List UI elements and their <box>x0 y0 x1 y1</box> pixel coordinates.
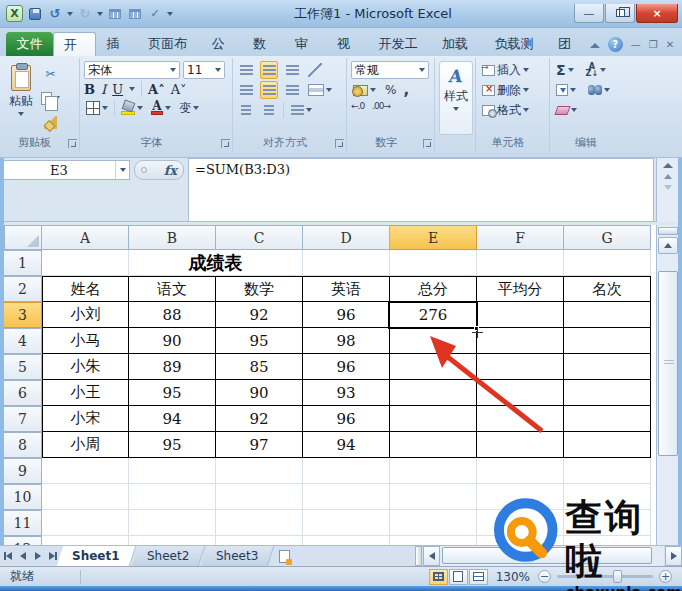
cell-G5[interactable] <box>564 354 651 380</box>
page-layout-view-button[interactable] <box>449 569 468 585</box>
sheet-tab-sheet2[interactable]: Sheet2 <box>131 546 205 566</box>
cell-F4[interactable] <box>477 328 564 354</box>
column-header-F[interactable]: F <box>477 225 564 250</box>
italic-button[interactable]: I <box>101 82 106 97</box>
hscroll-left-button[interactable] <box>423 546 440 566</box>
cell-C12[interactable] <box>216 536 303 545</box>
paste-button[interactable]: 粘贴 <box>3 61 39 131</box>
font-name-combo[interactable]: 宋体 <box>84 61 180 79</box>
cell-D9[interactable] <box>303 458 390 484</box>
custom-rows-icon[interactable] <box>127 6 143 22</box>
vertical-scroll-thumb[interactable] <box>658 271 678 456</box>
cell-G9[interactable] <box>564 458 651 484</box>
cell-D8[interactable]: 94 <box>303 432 390 458</box>
scroll-up-button[interactable] <box>658 237 678 254</box>
vertical-split-handle[interactable] <box>658 227 678 235</box>
insert-function-button[interactable]: fx <box>134 160 184 180</box>
clear-button[interactable] <box>554 101 579 119</box>
merge-center-button[interactable] <box>306 81 334 99</box>
insert-cells-button[interactable]: 插入 <box>480 61 531 79</box>
accounting-format-button[interactable] <box>351 81 378 99</box>
cell-A11[interactable] <box>42 510 129 536</box>
cell-D3[interactable]: 96 <box>303 302 390 328</box>
workbook-close-icon[interactable]: ✕ <box>666 39 674 50</box>
workbook-restore-icon[interactable]: ❐ <box>649 39 658 50</box>
sheet-tab-sheet3[interactable]: Sheet3 <box>201 546 275 566</box>
row-header-10[interactable]: 10 <box>4 484 42 510</box>
row-header-12[interactable]: 12 <box>4 536 42 545</box>
cell-B5[interactable]: 89 <box>129 354 216 380</box>
minimize-button[interactable]: — <box>574 4 604 23</box>
cell-F2[interactable]: 平均分 <box>477 276 564 302</box>
decrease-indent-button[interactable] <box>237 101 255 119</box>
next-sheet-button[interactable] <box>30 546 45 566</box>
cell-F8[interactable] <box>477 432 564 458</box>
tab-developer[interactable]: 开发工具 <box>369 32 432 56</box>
tab-file[interactable]: 文件 <box>6 32 53 56</box>
save-icon[interactable] <box>27 6 43 22</box>
column-header-G[interactable]: G <box>564 225 651 250</box>
name-box-dropdown-icon[interactable] <box>120 168 126 172</box>
fill-color-button[interactable] <box>119 99 145 117</box>
cell-E11[interactable] <box>390 510 477 536</box>
maximize-button[interactable] <box>605 4 635 23</box>
increase-font-button[interactable]: A˄ <box>148 82 165 97</box>
tab-split-handle[interactable] <box>415 546 422 566</box>
cell-D10[interactable] <box>303 484 390 510</box>
column-header-A[interactable]: A <box>42 225 129 250</box>
align-right-button[interactable] <box>283 81 301 99</box>
tab-review[interactable]: 审阅 <box>285 32 327 56</box>
cell-F7[interactable] <box>477 406 564 432</box>
cell-A2[interactable]: 姓名 <box>42 276 129 302</box>
bold-button[interactable]: B <box>84 82 95 97</box>
cell-B4[interactable]: 90 <box>129 328 216 354</box>
cell-G4[interactable] <box>564 328 651 354</box>
cell-B6[interactable]: 95 <box>129 380 216 406</box>
cell-A9[interactable] <box>42 458 129 484</box>
first-sheet-button[interactable] <box>0 546 15 566</box>
tab-home[interactable]: 开始 <box>53 32 97 56</box>
cell-E1[interactable] <box>390 250 477 276</box>
column-header-D[interactable]: D <box>303 225 390 250</box>
cell-F9[interactable] <box>477 458 564 484</box>
cell-A5[interactable]: 小朱 <box>42 354 129 380</box>
wrap-text-button[interactable] <box>289 101 314 119</box>
cell-A8[interactable]: 小周 <box>42 432 129 458</box>
row-header-8[interactable]: 8 <box>4 432 42 458</box>
cell-G7[interactable] <box>564 406 651 432</box>
cell-E2[interactable]: 总分 <box>390 276 477 302</box>
tab-page-layout[interactable]: 页面布局 <box>138 32 201 56</box>
row-header-1[interactable]: 1 <box>4 250 42 276</box>
close-button[interactable]: × <box>636 4 678 23</box>
cell-C9[interactable] <box>216 458 303 484</box>
percent-style-button[interactable]: % <box>385 83 396 97</box>
normal-view-button[interactable] <box>429 569 448 585</box>
cell-D2[interactable]: 英语 <box>303 276 390 302</box>
cell-B2[interactable]: 语文 <box>129 276 216 302</box>
clipboard-dialog-launcher-icon[interactable] <box>68 139 77 148</box>
cell-B3[interactable]: 88 <box>129 302 216 328</box>
cell-B10[interactable] <box>129 484 216 510</box>
row-header-4[interactable]: 4 <box>4 328 42 354</box>
cell-E5[interactable] <box>390 354 477 380</box>
column-header-C[interactable]: C <box>216 225 303 250</box>
cell-D11[interactable] <box>303 510 390 536</box>
cell-title-B1[interactable]: 成绩表 <box>129 250 303 276</box>
column-header-E[interactable]: E <box>390 225 477 250</box>
cell-B9[interactable] <box>129 458 216 484</box>
sheet-tab-sheet1[interactable]: Sheet1 <box>57 546 136 566</box>
format-painter-button[interactable] <box>42 113 60 131</box>
cell-B12[interactable] <box>129 536 216 545</box>
cell-B11[interactable] <box>129 510 216 536</box>
autosum-button[interactable]: Σ <box>554 61 576 79</box>
phonetic-button[interactable]: 变 <box>177 99 201 117</box>
align-middle-button[interactable] <box>260 61 278 79</box>
formula-scroll-down-icon[interactable] <box>664 185 672 190</box>
formula-input[interactable]: =SUM(B3:D3) <box>188 158 654 222</box>
underline-button[interactable]: U <box>112 82 123 97</box>
cell-F6[interactable] <box>477 380 564 406</box>
cell-E12[interactable] <box>390 536 477 545</box>
number-format-combo[interactable]: 常规 <box>351 61 429 79</box>
cut-button[interactable]: ✂ <box>42 65 60 83</box>
increase-decimal-button[interactable]: ←.0 <box>351 101 364 111</box>
